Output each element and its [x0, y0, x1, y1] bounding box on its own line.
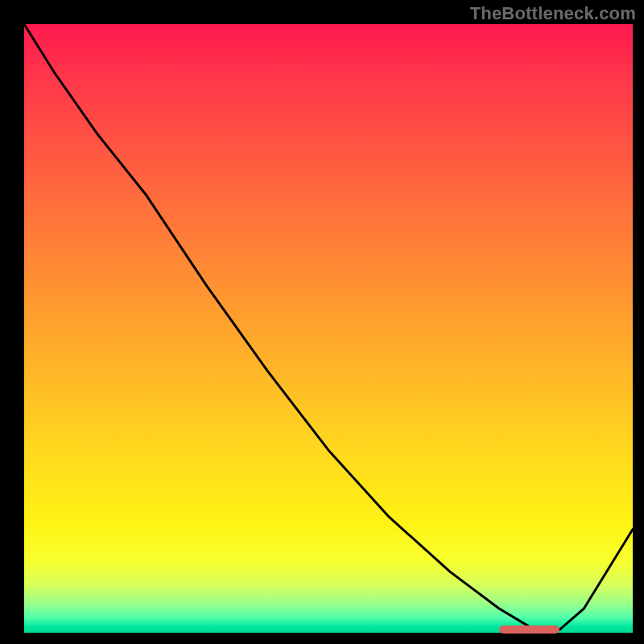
curve-path — [24, 24, 633, 630]
watermark-text: TheBottleneck.com — [470, 3, 636, 24]
plot-area — [24, 24, 633, 633]
bottleneck-curve — [24, 24, 633, 633]
optimum-marker — [499, 625, 560, 634]
chart-container: TheBottleneck.com — [0, 0, 644, 644]
